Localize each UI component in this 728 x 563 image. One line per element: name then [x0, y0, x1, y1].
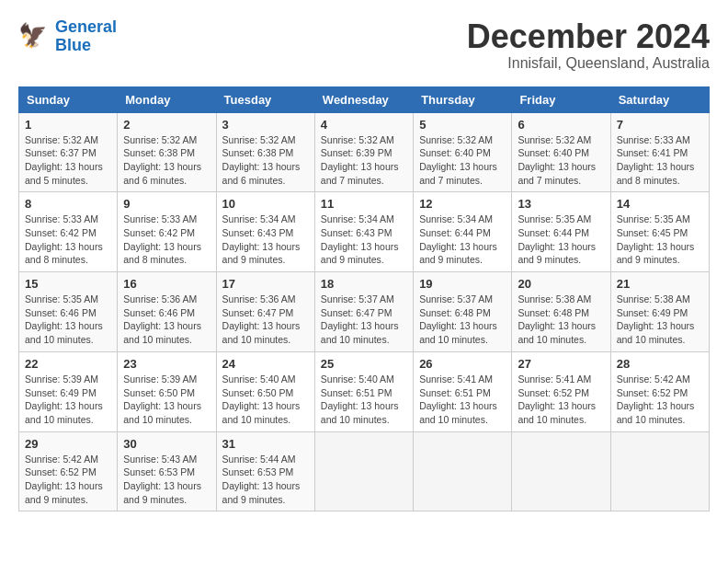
day-info: Sunrise: 5:42 AM Sunset: 6:52 PM Dayligh… [25, 453, 111, 507]
title-section: December 2024 Innisfail, Queensland, Aus… [467, 18, 710, 72]
day-number: 24 [222, 357, 309, 371]
calendar-table: SundayMondayTuesdayWednesdayThursdayFrid… [18, 86, 710, 512]
day-cell: 5Sunrise: 5:32 AM Sunset: 6:40 PM Daylig… [414, 112, 512, 192]
day-info: Sunrise: 5:32 AM Sunset: 6:40 PM Dayligh… [419, 133, 506, 188]
day-info: Sunrise: 5:36 AM Sunset: 6:47 PM Dayligh… [222, 293, 309, 347]
day-info: Sunrise: 5:36 AM Sunset: 6:46 PM Dayligh… [123, 293, 210, 347]
day-info: Sunrise: 5:35 AM Sunset: 6:45 PM Dayligh… [617, 213, 703, 267]
month-title: December 2024 [467, 18, 710, 55]
week-row-3: 15Sunrise: 5:35 AM Sunset: 6:46 PM Dayli… [19, 272, 710, 352]
day-info: Sunrise: 5:32 AM Sunset: 6:38 PM Dayligh… [123, 133, 210, 188]
day-info: Sunrise: 5:40 AM Sunset: 6:50 PM Dayligh… [222, 373, 309, 427]
day-cell: 19Sunrise: 5:37 AM Sunset: 6:48 PM Dayli… [414, 272, 512, 352]
day-number: 28 [617, 357, 703, 371]
day-info: Sunrise: 5:42 AM Sunset: 6:52 PM Dayligh… [617, 373, 703, 427]
week-row-5: 29Sunrise: 5:42 AM Sunset: 6:52 PM Dayli… [19, 431, 710, 511]
calendar-header: SundayMondayTuesdayWednesdayThursdayFrid… [19, 86, 710, 112]
day-info: Sunrise: 5:32 AM Sunset: 6:39 PM Dayligh… [321, 133, 407, 188]
day-info: Sunrise: 5:41 AM Sunset: 6:52 PM Dayligh… [518, 373, 604, 427]
day-info: Sunrise: 5:32 AM Sunset: 6:40 PM Dayligh… [518, 133, 604, 188]
day-cell: 28Sunrise: 5:42 AM Sunset: 6:52 PM Dayli… [610, 351, 709, 431]
day-info: Sunrise: 5:37 AM Sunset: 6:47 PM Dayligh… [321, 293, 407, 347]
day-cell: 24Sunrise: 5:40 AM Sunset: 6:50 PM Dayli… [216, 351, 314, 431]
day-number: 11 [321, 197, 407, 211]
header-cell-friday: Friday [512, 86, 610, 112]
day-cell: 1Sunrise: 5:32 AM Sunset: 6:37 PM Daylig… [19, 112, 118, 192]
svg-text:🦅: 🦅 [18, 21, 48, 50]
day-number: 15 [25, 277, 111, 291]
day-info: Sunrise: 5:35 AM Sunset: 6:44 PM Dayligh… [518, 213, 604, 267]
day-cell: 7Sunrise: 5:33 AM Sunset: 6:41 PM Daylig… [610, 112, 709, 192]
day-info: Sunrise: 5:40 AM Sunset: 6:51 PM Dayligh… [321, 373, 407, 427]
day-cell: 17Sunrise: 5:36 AM Sunset: 6:47 PM Dayli… [216, 272, 314, 352]
day-info: Sunrise: 5:44 AM Sunset: 6:53 PM Dayligh… [222, 453, 309, 507]
day-number: 12 [419, 197, 506, 211]
day-cell: 9Sunrise: 5:33 AM Sunset: 6:42 PM Daylig… [118, 192, 216, 272]
day-number: 20 [518, 277, 604, 291]
day-number: 29 [25, 437, 111, 451]
day-cell [512, 431, 610, 511]
day-cell: 14Sunrise: 5:35 AM Sunset: 6:45 PM Dayli… [610, 192, 709, 272]
day-info: Sunrise: 5:41 AM Sunset: 6:51 PM Dayligh… [419, 373, 506, 427]
day-number: 5 [419, 118, 506, 132]
day-info: Sunrise: 5:33 AM Sunset: 6:41 PM Dayligh… [617, 133, 703, 188]
calendar-body: 1Sunrise: 5:32 AM Sunset: 6:37 PM Daylig… [19, 112, 710, 511]
day-number: 13 [518, 197, 604, 211]
day-cell: 8Sunrise: 5:33 AM Sunset: 6:42 PM Daylig… [19, 192, 118, 272]
day-number: 31 [222, 437, 309, 451]
day-number: 10 [222, 197, 309, 211]
day-number: 22 [25, 357, 111, 371]
day-info: Sunrise: 5:34 AM Sunset: 6:43 PM Dayligh… [222, 213, 309, 267]
day-cell: 2Sunrise: 5:32 AM Sunset: 6:38 PM Daylig… [118, 112, 216, 192]
day-number: 25 [321, 357, 407, 371]
day-cell: 16Sunrise: 5:36 AM Sunset: 6:46 PM Dayli… [118, 272, 216, 352]
day-info: Sunrise: 5:32 AM Sunset: 6:37 PM Dayligh… [25, 133, 111, 188]
day-number: 8 [25, 197, 111, 211]
day-number: 2 [123, 118, 210, 132]
logo-icon: 🦅 [18, 20, 51, 53]
day-number: 9 [123, 197, 210, 211]
week-row-4: 22Sunrise: 5:39 AM Sunset: 6:49 PM Dayli… [19, 351, 710, 431]
header-cell-thursday: Thursday [414, 86, 512, 112]
day-cell: 23Sunrise: 5:39 AM Sunset: 6:50 PM Dayli… [118, 351, 216, 431]
day-number: 26 [419, 357, 506, 371]
day-cell: 26Sunrise: 5:41 AM Sunset: 6:51 PM Dayli… [414, 351, 512, 431]
week-row-1: 1Sunrise: 5:32 AM Sunset: 6:37 PM Daylig… [19, 112, 710, 192]
day-number: 1 [25, 118, 111, 132]
day-info: Sunrise: 5:37 AM Sunset: 6:48 PM Dayligh… [419, 293, 506, 347]
day-cell: 29Sunrise: 5:42 AM Sunset: 6:52 PM Dayli… [19, 431, 118, 511]
day-cell: 27Sunrise: 5:41 AM Sunset: 6:52 PM Dayli… [512, 351, 610, 431]
day-cell: 4Sunrise: 5:32 AM Sunset: 6:39 PM Daylig… [314, 112, 413, 192]
day-cell: 21Sunrise: 5:38 AM Sunset: 6:49 PM Dayli… [610, 272, 709, 352]
day-number: 14 [617, 197, 703, 211]
day-cell [314, 431, 413, 511]
day-cell: 18Sunrise: 5:37 AM Sunset: 6:47 PM Dayli… [314, 272, 413, 352]
header-cell-sunday: Sunday [19, 86, 118, 112]
day-cell: 10Sunrise: 5:34 AM Sunset: 6:43 PM Dayli… [216, 192, 314, 272]
day-cell: 3Sunrise: 5:32 AM Sunset: 6:38 PM Daylig… [216, 112, 314, 192]
day-info: Sunrise: 5:38 AM Sunset: 6:49 PM Dayligh… [617, 293, 703, 347]
day-cell: 20Sunrise: 5:38 AM Sunset: 6:48 PM Dayli… [512, 272, 610, 352]
day-number: 23 [123, 357, 210, 371]
day-cell [610, 431, 709, 511]
day-number: 30 [123, 437, 210, 451]
day-cell: 12Sunrise: 5:34 AM Sunset: 6:44 PM Dayli… [414, 192, 512, 272]
day-info: Sunrise: 5:38 AM Sunset: 6:48 PM Dayligh… [518, 293, 604, 347]
day-number: 18 [321, 277, 407, 291]
header-cell-tuesday: Tuesday [216, 86, 314, 112]
header: 🦅 General Blue December 2024 Innisfail, … [18, 18, 710, 72]
day-info: Sunrise: 5:43 AM Sunset: 6:53 PM Dayligh… [123, 453, 210, 507]
day-number: 4 [321, 118, 407, 132]
day-info: Sunrise: 5:33 AM Sunset: 6:42 PM Dayligh… [123, 213, 210, 267]
day-cell: 30Sunrise: 5:43 AM Sunset: 6:53 PM Dayli… [118, 431, 216, 511]
day-number: 3 [222, 118, 309, 132]
day-number: 27 [518, 357, 604, 371]
day-info: Sunrise: 5:33 AM Sunset: 6:42 PM Dayligh… [25, 213, 111, 267]
day-cell: 22Sunrise: 5:39 AM Sunset: 6:49 PM Dayli… [19, 351, 118, 431]
day-info: Sunrise: 5:35 AM Sunset: 6:46 PM Dayligh… [25, 293, 111, 347]
day-number: 7 [617, 118, 703, 132]
day-info: Sunrise: 5:39 AM Sunset: 6:50 PM Dayligh… [123, 373, 210, 427]
day-cell: 15Sunrise: 5:35 AM Sunset: 6:46 PM Dayli… [19, 272, 118, 352]
header-cell-saturday: Saturday [610, 86, 709, 112]
day-cell: 13Sunrise: 5:35 AM Sunset: 6:44 PM Dayli… [512, 192, 610, 272]
